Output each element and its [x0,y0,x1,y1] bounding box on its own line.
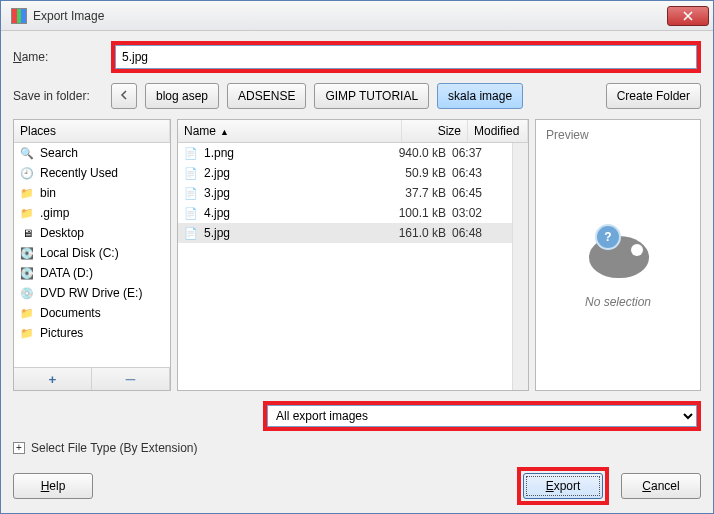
disc-icon: 💿 [20,286,34,300]
file-icon: 📄 [184,166,198,180]
places-header-label: Places [14,120,170,142]
folder-icon: 📁 [20,306,34,320]
close-button[interactable] [667,6,709,26]
file-row[interactable]: 📄5.jpg161.0 kB06:48 [178,223,512,243]
places-list: 🔍Search 🕘Recently Used 📁bin 📁.gimp 🖥Desk… [14,143,170,367]
file-icon: 📄 [184,186,198,200]
preview-area: ? No selection [542,150,694,384]
col-size[interactable]: Size [402,120,468,142]
preview-panel: Preview ? No selection [535,119,701,391]
path-segment[interactable]: ADSENSE [227,83,306,109]
filter-row: All export images [13,401,701,431]
file-row[interactable]: 📄4.jpg100.1 kB03:02 [178,203,512,223]
file-row[interactable]: 📄3.jpg37.7 kB06:45 [178,183,512,203]
chevron-left-icon [120,90,128,100]
places-panel: Places 🔍Search 🕘Recently Used 📁bin 📁.gim… [13,119,171,391]
places-item-documents[interactable]: 📁Documents [14,303,170,323]
path-back-button[interactable] [111,83,137,109]
file-list-header: Name▲ Size Modified [178,120,528,143]
places-item-search[interactable]: 🔍Search [14,143,170,163]
desktop-icon: 🖥 [20,226,34,240]
folder-icon: 📁 [20,326,34,340]
gimp-logo-icon: ? [583,226,653,281]
folder-icon: 📁 [20,206,34,220]
select-filetype-label: Select File Type (By Extension) [31,441,198,455]
window-title: Export Image [33,9,667,23]
file-list-panel: Name▲ Size Modified 📄1.png940.0 kB06:37 … [177,119,529,391]
save-in-row: Save in folder: blog asep ADSENSE GIMP T… [13,83,701,109]
places-item-data[interactable]: 💽DATA (D:) [14,263,170,283]
name-highlight [111,41,701,73]
help-button[interactable]: Help [13,473,93,499]
name-row: Name: [13,41,701,73]
file-filter-select[interactable]: All export images [267,405,697,427]
save-in-label: Save in folder: [13,89,103,103]
preview-title: Preview [542,126,694,150]
places-item-gimp[interactable]: 📁.gimp [14,203,170,223]
scrollbar[interactable] [512,143,528,390]
col-name[interactable]: Name▲ [178,120,402,142]
places-item-dvd[interactable]: 💿DVD RW Drive (E:) [14,283,170,303]
places-item-desktop[interactable]: 🖥Desktop [14,223,170,243]
add-bookmark-button[interactable]: + [14,368,92,390]
export-highlight: Export [517,467,609,505]
cancel-button[interactable]: Cancel [621,473,701,499]
places-header[interactable]: Places [14,120,170,143]
file-row[interactable]: 📄1.png940.0 kB06:37 [178,143,512,163]
search-icon: 🔍 [20,146,34,160]
titlebar: Export Image [1,1,713,31]
drive-icon: 💽 [20,246,34,260]
filename-input[interactable] [115,45,697,69]
app-icon [11,8,27,24]
select-filetype-row[interactable]: + Select File Type (By Extension) [13,441,701,455]
file-icon: 📄 [184,206,198,220]
no-selection-label: No selection [585,295,651,309]
drive-icon: 💽 [20,266,34,280]
expand-icon[interactable]: + [13,442,25,454]
browser-area: Places 🔍Search 🕘Recently Used 📁bin 📁.gim… [13,119,701,391]
filter-highlight: All export images [263,401,701,431]
folder-icon: 📁 [20,186,34,200]
file-list: 📄1.png940.0 kB06:37 📄2.jpg50.9 kB06:43 📄… [178,143,512,390]
file-icon: 📄 [184,226,198,240]
name-label: Name: [13,50,103,64]
create-folder-button[interactable]: Create Folder [606,83,701,109]
sort-asc-icon: ▲ [220,127,229,137]
places-item-pictures[interactable]: 📁Pictures [14,323,170,343]
remove-bookmark-button[interactable]: ─ [92,368,170,390]
places-item-localdisk[interactable]: 💽Local Disk (C:) [14,243,170,263]
recent-icon: 🕘 [20,166,34,180]
close-icon [683,11,693,21]
export-button[interactable]: Export [523,473,603,499]
file-icon: 📄 [184,146,198,160]
path-segment[interactable]: GIMP TUTORIAL [314,83,429,109]
path-segment-current[interactable]: skala image [437,83,523,109]
col-modified[interactable]: Modified [468,120,528,142]
path-segment[interactable]: blog asep [145,83,219,109]
places-footer: + ─ [14,367,170,390]
places-item-recent[interactable]: 🕘Recently Used [14,163,170,183]
dialog-buttons: Help Export Cancel [13,465,701,505]
places-item-bin[interactable]: 📁bin [14,183,170,203]
export-image-dialog: Export Image Name: Save in folder: blog … [0,0,714,514]
file-row[interactable]: 📄2.jpg50.9 kB06:43 [178,163,512,183]
